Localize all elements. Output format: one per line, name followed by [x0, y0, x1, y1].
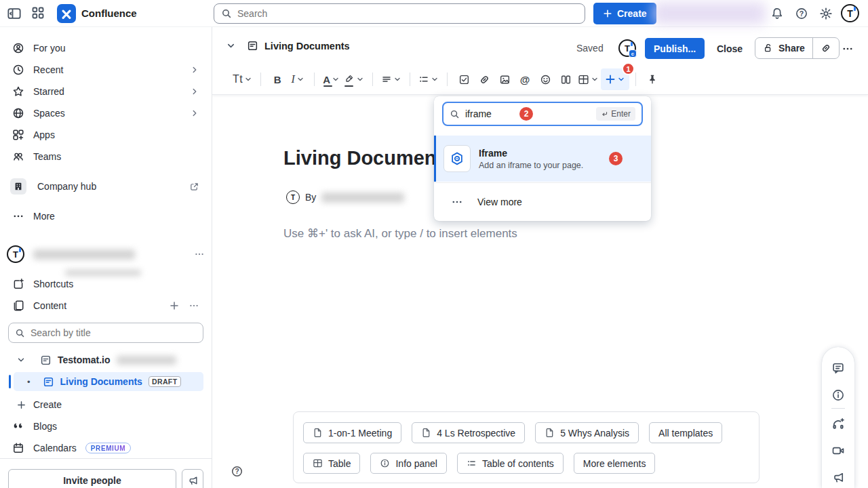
insert-search-input[interactable] [465, 108, 514, 119]
pin-toolbar-button[interactable] [642, 68, 663, 90]
highlight-button[interactable] [342, 68, 366, 90]
layout-columns-button[interactable] [555, 68, 576, 90]
content-search[interactable] [8, 323, 203, 343]
confluence-logo[interactable] [57, 4, 76, 23]
insert-result-iframe[interactable]: Iframe Add an iframe to your page. 3 [434, 136, 651, 182]
chevron-right-icon[interactable] [190, 87, 199, 96]
insert-info-panel-button[interactable]: Info panel [370, 453, 447, 474]
sidebar-item-spaces[interactable]: Spaces [5, 102, 206, 124]
ellipsis-icon [12, 210, 24, 222]
help-circle-icon[interactable]: ? [231, 465, 243, 478]
page-title[interactable]: Living Documents [283, 147, 454, 169]
italic-button[interactable]: I [288, 68, 308, 90]
highlighter-icon [344, 74, 355, 85]
sidebar-item-for-you[interactable]: For you [5, 37, 206, 59]
task-button[interactable] [454, 68, 474, 90]
insert-elements-button[interactable]: 1 [601, 68, 629, 90]
rail-divider [831, 408, 845, 409]
insert-table-button[interactable]: Table [303, 453, 360, 474]
tree-create-button[interactable]: Create [16, 396, 62, 413]
text-color-button[interactable]: A [321, 68, 342, 90]
sidebar-item-content[interactable]: Content [5, 295, 206, 317]
add-content-icon[interactable] [169, 300, 180, 311]
mention-button[interactable]: @ [515, 68, 535, 90]
chevron-down-icon[interactable] [16, 355, 26, 365]
list-button[interactable] [416, 68, 441, 90]
video-icon[interactable] [831, 444, 845, 458]
sidebar-item-shortcuts[interactable]: Shortcuts [5, 273, 206, 295]
breadcrumb-chevron-down-icon[interactable] [226, 41, 236, 51]
more-elements-button[interactable]: More elements [574, 453, 656, 474]
template-button[interactable]: 1-on-1 Meeting [303, 422, 401, 443]
user-avatar[interactable]: T [841, 4, 859, 22]
insert-toc-button[interactable]: Table of contents [457, 453, 564, 474]
insert-search[interactable]: 2 Enter [442, 102, 643, 126]
sidebar-label: Recent [33, 64, 181, 75]
create-button-label: Create [617, 8, 647, 19]
author-avatar[interactable]: T [286, 190, 300, 204]
content-more-icon[interactable] [189, 300, 199, 311]
sidebar-label: Spaces [33, 108, 181, 119]
create-button[interactable]: Create [593, 3, 656, 24]
sidebar-item-teams[interactable]: Teams [5, 146, 206, 167]
workspace-header[interactable]: T [7, 245, 205, 263]
chevron-right-icon[interactable] [190, 65, 199, 75]
close-button[interactable]: Close [713, 38, 747, 59]
sidebar-label: Calendars [33, 443, 77, 453]
template-button[interactable]: 5 Whys Analysis [535, 422, 639, 443]
template-button[interactable]: 4 Ls Retrospective [412, 422, 525, 443]
comments-icon[interactable] [831, 361, 845, 375]
content-search-input[interactable] [31, 327, 197, 338]
page-more-icon[interactable] [842, 43, 854, 55]
sidebar-item-more[interactable]: More [5, 205, 206, 227]
audio-headset-icon[interactable] [831, 417, 845, 430]
all-templates-button[interactable]: All templates [649, 422, 722, 443]
sidebar-label: Teams [33, 151, 199, 162]
copy-link-button[interactable] [813, 38, 839, 58]
view-more-button[interactable]: View more [434, 182, 651, 220]
chevron-down-icon [356, 75, 364, 83]
sidebar-item-calendars[interactable]: Calendars PREMIUM [5, 437, 206, 459]
tree-item-page-selected[interactable] [14, 372, 203, 391]
sidebar-item-starred[interactable]: Starred [5, 81, 206, 102]
sidebar-divider [0, 458, 212, 459]
collapse-sidebar-icon[interactable] [7, 6, 22, 21]
template-label: 4 Ls Retrospective [437, 428, 515, 439]
tree-item-space[interactable]: Testomat.io [16, 352, 176, 368]
invite-people-button[interactable]: Invite people [8, 469, 176, 488]
publish-button[interactable]: Publish... [645, 38, 705, 59]
calendar-icon [12, 442, 24, 454]
announce-megaphone-icon[interactable] [831, 471, 845, 485]
editor-placeholder[interactable]: Use ⌘+' to ask AI, or type / to insert e… [283, 226, 517, 241]
emoji-button[interactable] [535, 68, 555, 90]
notifications-bell-icon[interactable] [770, 7, 784, 20]
help-icon[interactable]: ? [795, 7, 808, 20]
table-button[interactable] [576, 68, 601, 90]
chevron-right-icon[interactable] [190, 108, 199, 118]
share-button[interactable]: Share [755, 38, 812, 58]
search-input[interactable] [237, 8, 578, 19]
avatar-initial: T [847, 8, 853, 19]
sidebar-item-company-hub[interactable]: Company hub [5, 176, 206, 197]
sidebar-item-recent[interactable]: Recent [5, 59, 206, 81]
insert-link-button[interactable] [474, 68, 494, 90]
megaphone-icon [187, 475, 199, 487]
table-icon [313, 458, 323, 468]
global-search[interactable] [214, 3, 585, 24]
page-doc-icon [40, 354, 52, 366]
alignment-button[interactable] [379, 68, 403, 90]
step-badge-1: 1 [622, 62, 635, 75]
editor-avatar[interactable]: T c [618, 39, 636, 57]
settings-gear-icon[interactable] [819, 7, 833, 20]
sidebar-item-apps[interactable]: Apps [5, 124, 206, 146]
insert-image-button[interactable] [494, 68, 515, 90]
app-switcher-icon[interactable] [31, 6, 45, 20]
text-style-button[interactable]: Tt [231, 68, 254, 90]
breadcrumb-title[interactable]: Living Documents [264, 41, 350, 52]
bold-button[interactable]: B [267, 68, 288, 90]
workspace-more-icon[interactable] [194, 249, 205, 260]
sidebar-item-blogs[interactable]: Blogs [5, 415, 206, 437]
details-info-icon[interactable] [831, 388, 845, 402]
search-icon [450, 109, 460, 119]
feedback-megaphone-button[interactable] [182, 469, 203, 488]
